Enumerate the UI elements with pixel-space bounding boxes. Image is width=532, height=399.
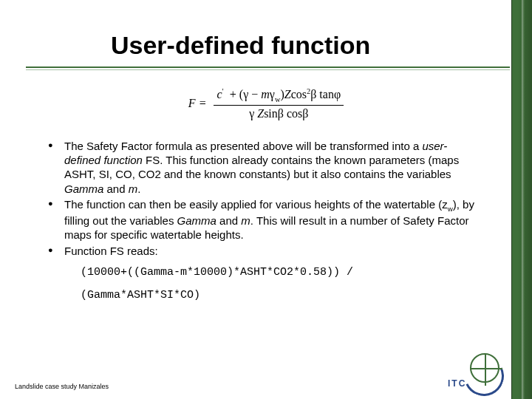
slide: User-defined function F = c′ + (γ − mγw)… (0, 0, 532, 399)
bullet-item: The function can then be easily applied … (48, 197, 477, 242)
formula-denominator: γ Zsinβ cosβ (214, 106, 344, 120)
text-span: and (103, 183, 128, 195)
text-italic: Gamma (64, 183, 103, 195)
bullet-item: Function FS reads: (10000+((Gamma-m*1000… (48, 244, 477, 303)
text-italic: m (129, 183, 138, 195)
formula-numerator: c′ + (γ − mγw)Zcos2β tanφ (214, 87, 344, 106)
code-line-2: (Gamma*ASHT*SI*CO) (81, 288, 477, 302)
text-subscript: w (448, 205, 453, 213)
side-stripe-gloss (522, 0, 525, 399)
itc-logo: ITC (448, 353, 499, 389)
text-span: and (216, 214, 241, 227)
title-rule (26, 66, 510, 68)
slide-title: User-defined function (111, 31, 370, 60)
formula-lhs: F = (188, 97, 207, 110)
footer-text: Landslide case study Manizales (15, 383, 109, 390)
code-line-1: (10000+((Gamma-m*10000)*ASHT*CO2*0.58)) … (81, 265, 477, 279)
text-span: Function FS reads: (64, 245, 158, 257)
text-span: The Safety Factor formula as presented a… (64, 140, 422, 152)
logo-text: ITC (448, 378, 466, 389)
text-span: The function can then be easily applied … (64, 198, 448, 211)
formula: F = c′ + (γ − mγw)Zcos2β tanφ γ Zsinβ co… (0, 87, 532, 120)
text-italic: Gamma (177, 214, 216, 227)
text-italic: m (241, 214, 250, 227)
bullet-list: The Safety Factor formula as presented a… (48, 139, 477, 304)
bullet-item: The Safety Factor formula as presented a… (48, 139, 477, 196)
title-rule-shadow (26, 69, 510, 70)
logo-globe-icon (470, 353, 499, 383)
formula-fraction: c′ + (γ − mγw)Zcos2β tanφ γ Zsinβ cosβ (214, 87, 344, 120)
text-span: . (137, 183, 140, 195)
